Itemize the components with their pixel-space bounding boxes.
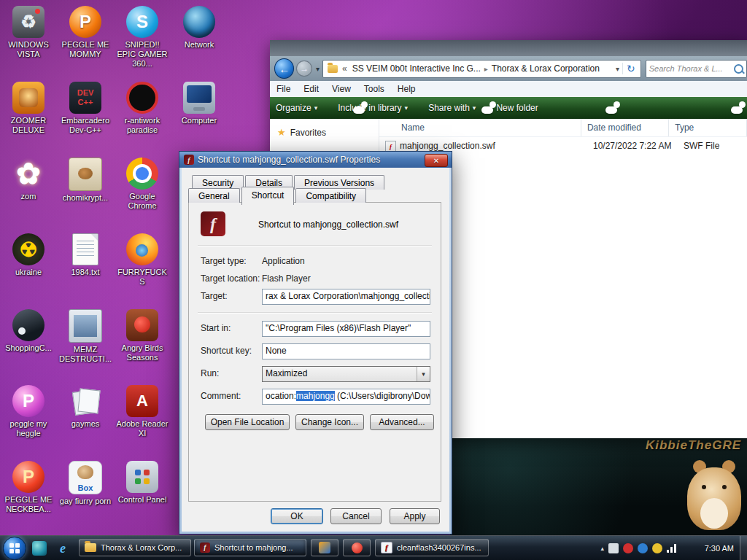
taskbar-button-cleanflash[interactable]: f cleanflash3400267ins... (375, 539, 489, 556)
desktop-icon-computer[interactable]: Computer (171, 79, 228, 155)
breadcrumb-overflow-icon[interactable]: « (341, 63, 349, 74)
cancel-button[interactable]: Cancel (330, 508, 382, 524)
tray-icon[interactable] (652, 543, 662, 553)
adobe-reader-icon: A (126, 385, 158, 417)
field-run: Run: Maximized ▾ (201, 366, 430, 382)
tab-security[interactable]: Security (192, 175, 244, 190)
address-dropdown-icon[interactable]: ▾ (613, 65, 622, 73)
flash-icon: f (184, 155, 194, 165)
desktop-icon-network[interactable]: Network (171, 3, 228, 79)
back-button[interactable]: ← (274, 58, 294, 79)
open-file-location-button[interactable]: Open File Location (205, 414, 290, 430)
desktop-icon-memz[interactable]: MEMZ DESTRUCTI... (57, 306, 114, 382)
menu-help[interactable]: Help (391, 84, 422, 94)
tab-previous-versions[interactable]: Previous Versions (294, 175, 384, 190)
desktop-icon-shopping[interactable]: ShoppingC... (0, 306, 57, 382)
menu-edit[interactable]: Edit (297, 84, 325, 94)
shortcut-key-input[interactable]: None (262, 343, 430, 359)
breadcrumb-current[interactable]: Thorax & Lorax Corporation (488, 63, 603, 74)
tab-compatibility[interactable]: Compatibility (295, 188, 366, 203)
start-button[interactable] (3, 537, 26, 560)
taskbar-button-shortcut-properties[interactable]: f Shortcut to mahjong... (194, 539, 306, 556)
history-dropdown-icon[interactable]: ▾ (316, 65, 320, 73)
dialog-action-buttons: OK Cancel Apply (182, 508, 449, 524)
network-status-icon[interactable] (667, 544, 677, 553)
chevron-down-icon[interactable]: ▾ (417, 367, 430, 381)
ok-button[interactable]: OK (271, 508, 323, 524)
address-bar[interactable]: « SS VEIM 0b0t Interactive Inc G... ▸ Th… (322, 60, 641, 78)
new-folder-button[interactable]: New folder (496, 103, 538, 113)
column-header-type[interactable]: Type (669, 119, 747, 136)
desktop-icon-google-chrome[interactable]: Google Chrome (114, 155, 171, 230)
folder-icon (328, 65, 338, 73)
desktop-icon-angry-birds[interactable]: Angry Birds Seasons (114, 306, 171, 382)
desktop-icon-chomikrypt[interactable]: chomikrypt... (57, 155, 114, 230)
tab-shortcut[interactable]: Shortcut (241, 187, 295, 205)
dev-cpp-icon: DEV C++ (69, 82, 101, 114)
chevron-down-icon: ▾ (473, 104, 476, 112)
menu-tools[interactable]: Tools (357, 84, 391, 94)
desktop-icon-gaymes[interactable]: gaymes (57, 382, 114, 458)
search-box[interactable]: Search Thorax & L... (646, 60, 747, 78)
peggle-icon: P (12, 461, 44, 493)
desktop-icon-box-hamster[interactable]: Boxgay fiurry porn (57, 458, 114, 534)
advanced-button[interactable]: Advanced... (370, 414, 434, 430)
dialog-titlebar[interactable]: f Shortcut to mahjongg_collection.swf Pr… (179, 152, 452, 168)
desktop-icon-ukraine[interactable]: ☢ukraine (0, 230, 57, 306)
desktop-icon-peggle-me-mommy[interactable]: PPEGGLE ME MOMMY (57, 3, 114, 79)
target-input[interactable]: rax & Lorax Corporation\mahjongg_collect… (262, 289, 430, 305)
file-name[interactable]: mahjongg_collection.swf (400, 141, 495, 151)
tray-icon[interactable] (623, 543, 633, 553)
memz-file-icon (69, 309, 102, 343)
desktop-icon-control-panel[interactable]: Control Panel (114, 458, 171, 534)
breadcrumb-parent[interactable]: SS VEIM 0b0t Interactive Inc G... (349, 63, 484, 74)
desktop-icon-1984-txt[interactable]: 1984.txt (57, 230, 114, 306)
sidebar-item-favorites[interactable]: ★ Favorites (270, 125, 379, 140)
tray-icon[interactable] (608, 543, 619, 553)
comment-label: Comment: (201, 391, 241, 401)
hamster-eye (702, 485, 706, 489)
include-in-library-button[interactable]: Include in library▾ (338, 103, 408, 113)
taskbar-clock[interactable]: 7:30 AM (705, 536, 734, 560)
quick-launch-icon[interactable] (32, 541, 47, 556)
column-header-name[interactable]: Name (379, 119, 581, 136)
organize-button[interactable]: Organize▾ (276, 103, 317, 113)
show-desktop-button[interactable] (740, 536, 747, 560)
start-in-input[interactable]: "C:\Program Files (x86)\Flash Player" (262, 321, 430, 337)
taskbar-button-explorer[interactable]: Thorax & Lorax Corp... (79, 539, 191, 556)
folder-icon (85, 543, 96, 552)
comment-input[interactable]: ocation:mahjongg (C:\Users\digibrony\Dow… (262, 389, 430, 405)
desktop-icon-dev-cpp[interactable]: DEV C++Embarcadero Dev-C++ (57, 79, 114, 155)
tray-icon[interactable] (638, 543, 648, 553)
forward-button[interactable]: → (296, 61, 312, 77)
wallpaper-dark-region: KibbieTheGRE (450, 438, 747, 536)
desktop-icon-sniped[interactable]: SSNIPED!! EPIC GAMER 360... (114, 3, 171, 79)
tab-general[interactable]: General (188, 188, 240, 203)
run-label: Run: (201, 368, 219, 378)
column-header-date-modified[interactable]: Date modified (581, 119, 669, 136)
taskbar-button-app-orange[interactable] (311, 539, 338, 556)
internet-explorer-icon[interactable]: e (55, 541, 70, 556)
desktop-icon-antiwork[interactable]: r-antiwork paradise (114, 79, 171, 155)
taskbar-button-app-red[interactable] (343, 539, 371, 556)
field-shortcut-key: Shortcut key: None (201, 343, 430, 359)
desktop-icon-adobe-reader[interactable]: AAdobe Reader XI (114, 382, 171, 458)
desktop-icon-windows-vista[interactable]: ♻WINDOWS VISTA (0, 3, 57, 79)
refresh-icon[interactable]: ↻ (622, 63, 639, 74)
close-button[interactable]: ✕ (425, 154, 448, 167)
desktop-icon-zom[interactable]: ✿zom (0, 155, 57, 230)
run-select[interactable]: Maximized ▾ (262, 366, 430, 382)
menu-file[interactable]: File (270, 84, 297, 94)
firefox-icon (126, 233, 158, 265)
desktop-icon-zoomer-deluxe[interactable]: ZOOMER DELUXE (0, 79, 57, 155)
desktop-icon-peggle-me-neckbea[interactable]: PPEGGLE ME NECKBEA... (0, 458, 57, 534)
menu-view[interactable]: View (325, 84, 357, 94)
show-hidden-icons-button[interactable]: ▴ (600, 545, 604, 552)
change-icon-button[interactable]: Change Icon... (295, 414, 364, 430)
share-with-button[interactable]: Share with▾ (428, 103, 476, 113)
desktop-icon-furryfucks[interactable]: FURRYFUCKS (114, 230, 171, 306)
properties-dialog: f Shortcut to mahjongg_collection.swf Pr… (179, 151, 452, 534)
apply-button[interactable]: Apply (390, 508, 440, 524)
explorer-titlebar[interactable] (270, 40, 747, 56)
desktop-icon-peggle-my-heggle[interactable]: Ppeggle my heggle (0, 382, 57, 458)
